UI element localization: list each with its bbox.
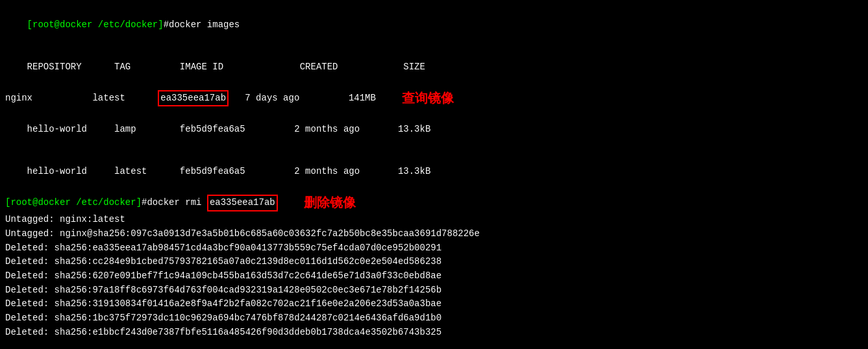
terminal-container: [root@docker /etc/docker]#docker images …	[5, 4, 863, 349]
annotation-delete: 删除镜像	[304, 193, 356, 213]
deleted-5: Deleted: sha256:319130834f01416a2e8f9a4f…	[5, 297, 863, 311]
cmd-1: #docker images	[164, 19, 240, 30]
deleted-4: Deleted: sha256:97a18ff8c6973f64d763f004…	[5, 283, 863, 298]
rmi-line: [root@docker /etc/docker]#docker rmi ea3…	[5, 193, 863, 213]
nginx-image-id-boxed: ea335eea17ab	[158, 90, 229, 107]
deleted-1: Deleted: sha256:ea335eea17ab984571cd4a3b…	[5, 241, 863, 256]
untagged-nginx-sha: Untagged: nginx@sha256:097c3a0913d7e3a5b…	[5, 227, 863, 241]
line-1: [root@docker /etc/docker]#docker images	[5, 4, 863, 46]
nginx-row: nginx latest ea335eea17ab 7 days ago 141…	[5, 88, 863, 108]
rmi-image-id-boxed: ea335eea17ab	[207, 195, 278, 211]
line-2-prompt: [root@docker /etc/docker]#docker images	[5, 339, 863, 349]
deleted-6: Deleted: sha256:1bc375f72973dc110c9629a6…	[5, 311, 863, 326]
prompt-2: [root@docker /etc/docker]	[5, 196, 142, 210]
deleted-3: Deleted: sha256:6207e091bef7f1c94a109cb4…	[5, 269, 863, 283]
header-text-1: REPOSITORY TAG IMAGE ID CREATED SIZE	[27, 62, 425, 72]
rmi-cmd: #docker rmi	[142, 196, 207, 210]
annotation-query: 查询镜像	[402, 88, 454, 108]
header-1: REPOSITORY TAG IMAGE ID CREATED SIZE	[5, 46, 863, 88]
prompt-1: [root@docker /etc/docker]	[27, 19, 164, 30]
deleted-2: Deleted: sha256:cc284e9b1cbed75793782165…	[5, 255, 863, 269]
hw-latest-row: hello-world latest feb5d9fea6a5 2 months…	[5, 150, 863, 193]
nginx-repo: nginx latest	[5, 91, 158, 106]
deleted-7: Deleted: sha256:e1bbcf243d0e7387fbfe5116…	[5, 326, 863, 340]
hw-lamp-row: hello-world lamp feb5d9fea6a5 2 months a…	[5, 108, 863, 150]
untagged-nginx-latest: Untagged: nginx:latest	[5, 213, 863, 227]
nginx-rest: 7 days ago 141MB	[229, 91, 376, 106]
